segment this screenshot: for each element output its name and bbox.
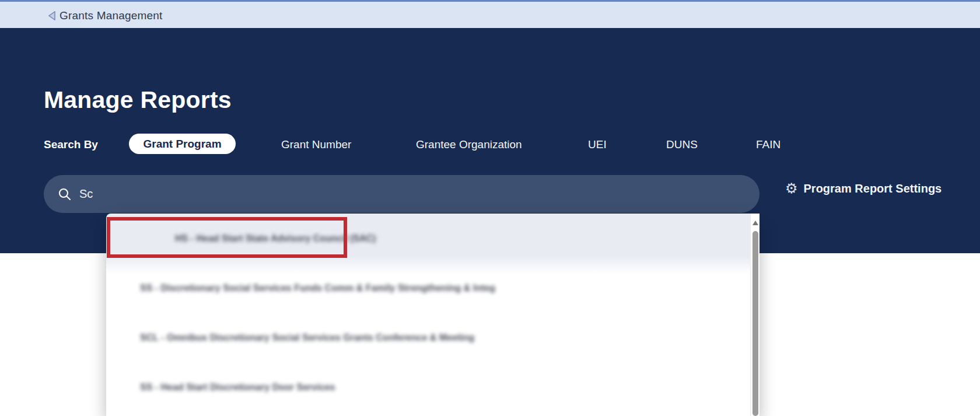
program-report-settings-link[interactable]: ⚙ Program Report Settings	[785, 181, 942, 195]
tab-grant-number[interactable]: Grant Number	[281, 138, 351, 151]
scrollbar-up-arrow-icon[interactable]	[752, 221, 758, 225]
dropdown-item-label: HS - Head Start State Advisory Council (…	[175, 233, 376, 244]
gear-icon: ⚙	[785, 181, 798, 195]
dropdown-item-label: SCL - Omnibus Discretionary Social Servi…	[140, 333, 474, 343]
search-input[interactable]: Sc	[44, 175, 760, 213]
app-title: Grants Management	[60, 9, 163, 22]
tab-uei[interactable]: UEI	[588, 138, 607, 151]
tab-duns[interactable]: DUNS	[666, 138, 698, 151]
tab-fain[interactable]: FAIN	[756, 138, 780, 151]
search-suggestions-dropdown: HS - Head Start State Advisory Council (…	[106, 214, 760, 416]
page: Grants Management Manage Reports Search …	[0, 0, 980, 416]
dropdown-scrollbar[interactable]	[750, 214, 760, 416]
dropdown-item-label: SS - Head Start Discretionary Door Servi…	[140, 382, 335, 393]
search-by-label: Search By	[44, 138, 98, 151]
search-icon	[58, 187, 72, 201]
scrollbar-thumb[interactable]	[752, 231, 758, 416]
top-app-bar: Grants Management	[0, 0, 980, 28]
page-title: Manage Reports	[44, 86, 232, 114]
dropdown-item[interactable]: SS - Discretionary Social Services Funds…	[106, 263, 750, 313]
search-input-value: Sc	[79, 187, 93, 201]
dropdown-item[interactable]: HS - Head Start State Advisory Council (…	[106, 214, 750, 263]
collapse-left-icon[interactable]	[48, 11, 56, 20]
dropdown-item[interactable]: SCL - Omnibus Discretionary Social Servi…	[106, 313, 750, 362]
tab-grantee-organization[interactable]: Grantee Organization	[416, 138, 522, 151]
program-report-settings-label: Program Report Settings	[804, 182, 942, 195]
tab-grant-program[interactable]: Grant Program	[129, 134, 236, 154]
dropdown-item-label: SS - Discretionary Social Services Funds…	[140, 283, 495, 293]
dropdown-item[interactable]: SS - Head Start Discretionary Door Servi…	[106, 362, 750, 412]
